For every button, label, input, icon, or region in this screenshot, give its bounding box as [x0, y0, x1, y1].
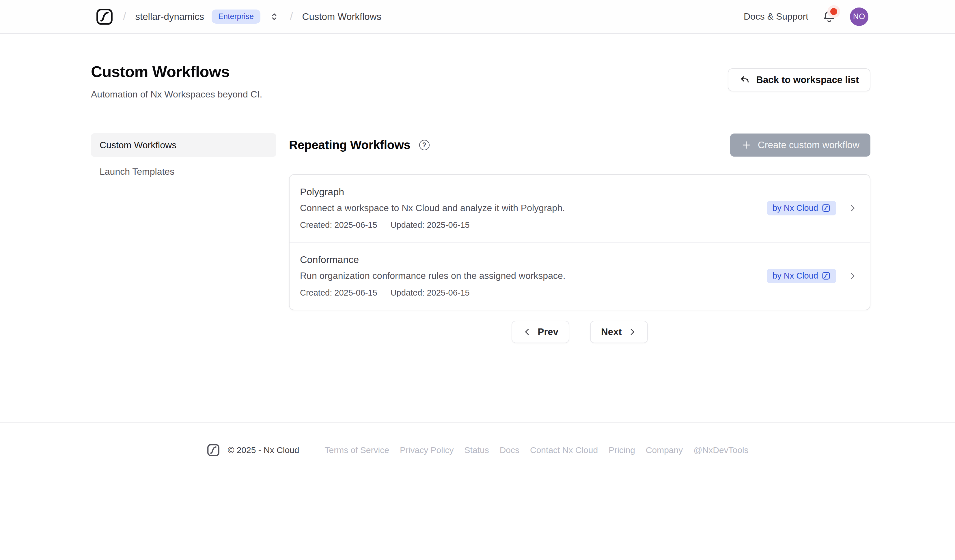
page-content: Custom Workflows Automation of Nx Worksp… [0, 34, 955, 423]
next-page-button[interactable]: Next [590, 321, 648, 343]
footer-link-nxdevtools[interactable]: @NxDevTools [694, 445, 748, 455]
help-icon[interactable]: ? [419, 140, 430, 150]
chevron-left-icon [523, 327, 532, 337]
plan-badge[interactable]: Enterprise [211, 9, 260, 23]
footer-link-terms[interactable]: Terms of Service [324, 445, 389, 455]
nx-logo-icon-footer [207, 443, 220, 457]
breadcrumb-current-page: Custom Workflows [302, 11, 381, 22]
nx-logo-icon[interactable] [95, 8, 114, 26]
back-to-workspace-list-button[interactable]: Back to workspace list [728, 68, 870, 91]
workflow-description: Connect a workspace to Nx Cloud and anal… [300, 203, 565, 214]
footer-link-contact[interactable]: Contact Nx Cloud [530, 445, 598, 455]
workflow-updated: Updated: 2025-06-15 [391, 220, 470, 230]
workflow-description: Run organization conformance rules on th… [300, 270, 565, 281]
by-nx-cloud-badge[interactable]: by Nx Cloud [767, 201, 836, 215]
workflow-row-conformance[interactable]: Conformance Run organization conformance… [290, 242, 870, 310]
footer-link-company[interactable]: Company [646, 445, 683, 455]
section-title: Repeating Workflows [289, 138, 410, 152]
notifications-button[interactable] [822, 9, 837, 25]
prev-page-button[interactable]: Prev [512, 321, 569, 343]
page-header: Custom Workflows Automation of Nx Worksp… [91, 62, 870, 100]
workflow-name: Conformance [300, 254, 565, 265]
plus-icon [741, 140, 751, 150]
workflows-list-panel: Polygraph Connect a workspace to Nx Clou… [289, 174, 870, 310]
section-header: Repeating Workflows ? Create custom work… [289, 133, 870, 157]
notification-dot [830, 8, 837, 15]
workflow-row-polygraph[interactable]: Polygraph Connect a workspace to Nx Clou… [290, 175, 870, 242]
footer-link-pricing[interactable]: Pricing [609, 445, 635, 455]
workflow-created: Created: 2025-06-15 [300, 288, 377, 298]
prev-label: Prev [537, 326, 558, 337]
chevron-right-icon [628, 327, 637, 337]
footer-link-docs[interactable]: Docs [500, 445, 519, 455]
breadcrumb-workspace[interactable]: stellar-dynamics [135, 11, 204, 22]
sidebar: Custom Workflows Launch Templates [91, 133, 276, 343]
workflow-name: Polygraph [300, 186, 565, 198]
workflow-row-actions: by Nx Cloud [767, 269, 857, 283]
create-button-label: Create custom workflow [758, 140, 860, 151]
badge-label: by Nx Cloud [773, 271, 818, 281]
breadcrumb: / stellar-dynamics Enterprise / Custom W… [95, 8, 381, 26]
back-button-label: Back to workspace list [756, 74, 859, 85]
workflow-created: Created: 2025-06-15 [300, 220, 377, 230]
nx-mark-icon [822, 271, 831, 280]
nx-mark-icon [822, 204, 831, 212]
two-column-layout: Custom Workflows Launch Templates Repeat… [91, 133, 870, 343]
sidebar-item-custom-workflows[interactable]: Custom Workflows [91, 133, 276, 157]
page-subtitle: Automation of Nx Workspaces beyond CI. [91, 89, 262, 100]
workflow-updated: Updated: 2025-06-15 [391, 288, 470, 298]
badge-label: by Nx Cloud [773, 203, 818, 213]
top-nav: / stellar-dynamics Enterprise / Custom W… [0, 0, 955, 34]
avatar[interactable]: NO [850, 8, 868, 26]
create-custom-workflow-button[interactable]: Create custom workflow [730, 134, 870, 157]
footer: © 2025 - Nx Cloud Terms of Service Priva… [0, 423, 955, 457]
workflow-row-actions: by Nx Cloud [767, 201, 857, 215]
breadcrumb-separator: / [288, 10, 295, 23]
pagination: Prev Next [289, 321, 870, 343]
workflow-info: Conformance Run organization conformance… [300, 254, 565, 298]
workspace-switcher-button[interactable] [268, 9, 280, 24]
page-title: Custom Workflows [91, 62, 262, 80]
next-label: Next [601, 326, 622, 337]
chevron-up-down-icon [269, 11, 279, 22]
workflow-dates: Created: 2025-06-15 Updated: 2025-06-15 [300, 288, 565, 298]
footer-row: © 2025 - Nx Cloud Terms of Service Priva… [207, 443, 748, 457]
nav-actions: Docs & Support NO [744, 8, 868, 26]
docs-support-link[interactable]: Docs & Support [744, 11, 808, 22]
breadcrumb-separator: / [121, 10, 128, 23]
by-nx-cloud-badge[interactable]: by Nx Cloud [767, 269, 836, 283]
copyright-text: © 2025 - Nx Cloud [228, 445, 299, 455]
footer-links: Terms of Service Privacy Policy Status D… [324, 445, 748, 455]
chevron-right-icon[interactable] [848, 271, 857, 281]
footer-link-status[interactable]: Status [465, 445, 489, 455]
return-arrow-icon [739, 74, 750, 85]
page-title-block: Custom Workflows Automation of Nx Worksp… [91, 62, 262, 100]
sidebar-item-launch-templates[interactable]: Launch Templates [91, 160, 276, 183]
chevron-right-icon[interactable] [848, 204, 857, 213]
workflow-info: Polygraph Connect a workspace to Nx Clou… [300, 186, 565, 230]
workflow-dates: Created: 2025-06-15 Updated: 2025-06-15 [300, 220, 565, 230]
footer-link-privacy[interactable]: Privacy Policy [400, 445, 454, 455]
repeating-workflows-section: Repeating Workflows ? Create custom work… [289, 133, 870, 343]
